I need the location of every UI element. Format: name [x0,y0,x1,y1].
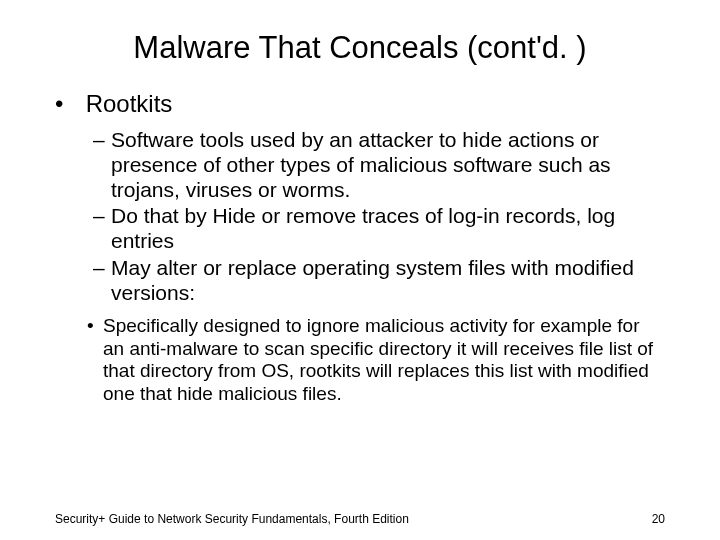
slide-title: Malware That Conceals (cont'd. ) [55,30,665,66]
footer-source: Security+ Guide to Network Security Fund… [55,512,409,526]
bullet-list-level3: Specifically designed to ignore maliciou… [55,315,665,405]
bullet-l2-a: Software tools used by an attacker to hi… [93,128,665,202]
slide-footer: Security+ Guide to Network Security Fund… [55,512,665,526]
bullet-l1-rootkits: Rootkits Software tools used by an attac… [55,90,665,405]
bullet-l2-c: May alter or replace operating system fi… [93,256,665,306]
bullet-l2-b: Do that by Hide or remove traces of log-… [93,204,665,254]
bullet-l1-text: Rootkits [86,90,173,117]
slide: Malware That Conceals (cont'd. ) Rootkit… [0,0,720,540]
bullet-l3-a: Specifically designed to ignore maliciou… [87,315,665,405]
footer-page-number: 20 [652,512,665,526]
bullet-list-level1: Rootkits Software tools used by an attac… [55,90,665,405]
bullet-list-level2: Software tools used by an attacker to hi… [55,128,665,305]
